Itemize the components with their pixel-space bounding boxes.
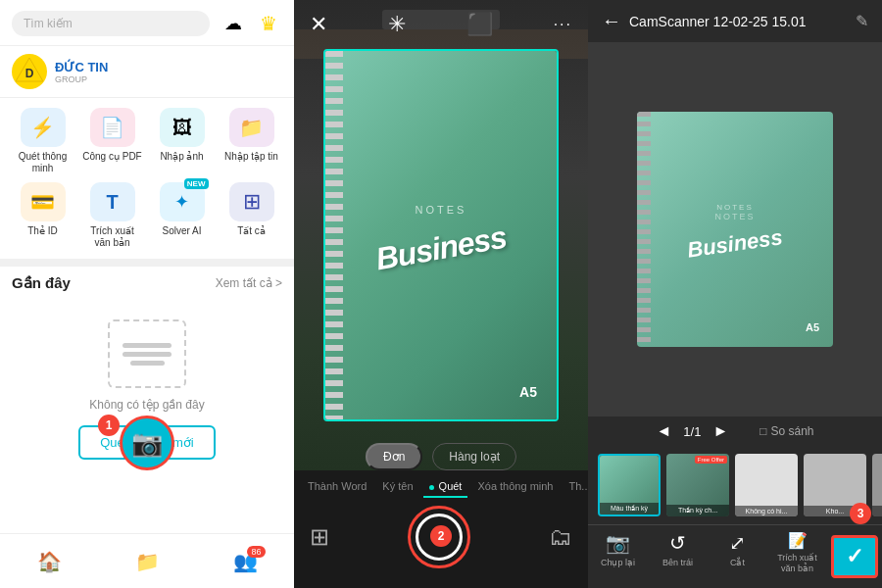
doc-title: CamScanner 12-02-25 15.01 bbox=[629, 14, 848, 29]
id-card-icon: 💳 bbox=[21, 182, 66, 221]
action-scan[interactable]: ⚡ Quét thông minh bbox=[12, 108, 74, 174]
camera-fab-button[interactable]: 📷 bbox=[120, 416, 174, 470]
close-button[interactable]: ✕ bbox=[310, 12, 327, 37]
thumb-title: NOTES bbox=[716, 203, 754, 212]
flash-icon[interactable]: ✳ bbox=[388, 12, 406, 37]
recent-section-header: Gần đây Xem tất cả > bbox=[0, 267, 294, 300]
action-id-card[interactable]: 💳 Thẻ ID bbox=[12, 182, 74, 249]
thumb-magic-label: Màu thần kỳ bbox=[600, 503, 659, 514]
camera-bottom-panel: Thành Word Ký tên Quét Xóa thông minh Th… bbox=[294, 470, 588, 588]
cloud-icon[interactable]: ☁ bbox=[220, 10, 247, 37]
rotate-left-button[interactable]: ↺ Bên trái bbox=[648, 531, 708, 582]
thumb-spiral bbox=[637, 112, 651, 347]
compare-button[interactable]: □ So sánh bbox=[760, 424, 813, 438]
tab-to-word[interactable]: Thành Word bbox=[302, 476, 372, 498]
confirm-check-icon: ✓ bbox=[846, 544, 863, 569]
new-badge: NEW bbox=[184, 178, 209, 189]
logo-badge: D bbox=[12, 54, 47, 89]
camera-tabs: Thành Word Ký tên Quét Xóa thông minh Th… bbox=[294, 470, 588, 498]
recent-title: Gần đây bbox=[12, 274, 71, 292]
import-icon[interactable]: ⬛ bbox=[466, 12, 493, 37]
thumb-notes-label: NOTES bbox=[714, 212, 755, 221]
tab-sign[interactable]: Ký tên bbox=[376, 476, 418, 498]
compare-label: So sánh bbox=[770, 424, 813, 438]
scan-icon: ⚡ bbox=[21, 108, 66, 147]
notebook-size: A5 bbox=[519, 384, 537, 400]
doc-preview-area: NOTES NOTES Business A5 bbox=[588, 42, 882, 416]
action-all[interactable]: ⊞ Tất cả bbox=[220, 182, 282, 249]
camera-header: ✕ ✳ ⬛ ··· bbox=[294, 0, 588, 49]
batch-mode-btn[interactable]: Hàng loạt bbox=[432, 443, 516, 470]
crop-label: Cắt bbox=[730, 558, 745, 568]
notebook-spiral bbox=[325, 51, 343, 419]
nav-files[interactable]: 📁 bbox=[135, 550, 160, 573]
back-button[interactable]: ← bbox=[602, 10, 621, 32]
logo-name: ĐỨC TIN bbox=[55, 60, 108, 74]
solver-icon: ✦NEW bbox=[160, 182, 205, 221]
tab-scan[interactable]: Quét bbox=[423, 476, 468, 498]
all-label: Tất cả bbox=[237, 225, 266, 237]
import-photo-button[interactable]: 🗂 bbox=[549, 523, 572, 551]
extract-text-button[interactable]: 📝 Trích xuấtvăn bản bbox=[767, 531, 827, 582]
doc-thumbnail: NOTES NOTES Business A5 bbox=[637, 112, 833, 347]
thumb-magic-ch-label: Thần kỳ ch... bbox=[666, 505, 729, 516]
retake-icon: 📷 bbox=[606, 531, 630, 555]
empty-text: Không có tệp gần đây bbox=[89, 398, 204, 412]
thumb-a5: A5 bbox=[806, 321, 819, 333]
action-solver[interactable]: ✦NEW Solver AI bbox=[151, 182, 213, 249]
compare-icon: □ bbox=[760, 424, 766, 438]
action-import-file[interactable]: 📁 Nhập tập tin bbox=[220, 108, 282, 174]
pdf-label: Công cụ PDF bbox=[82, 151, 141, 163]
community-badge: 86 bbox=[247, 546, 265, 558]
retake-button[interactable]: 📷 Chụp lại bbox=[588, 531, 648, 582]
action-pdf[interactable]: 📄 Công cụ PDF bbox=[81, 108, 143, 174]
single-mode-btn[interactable]: Đơn bbox=[366, 443, 422, 470]
see-all-link[interactable]: Xem tất cả > bbox=[216, 276, 282, 290]
home-header: Tìm kiếm ☁ ♛ bbox=[0, 0, 294, 46]
empty-doc-icon bbox=[108, 319, 186, 388]
import-img-label: Nhập ảnh bbox=[160, 151, 203, 163]
empty-line-1 bbox=[122, 343, 172, 348]
empty-line-3 bbox=[130, 361, 165, 366]
prev-page-button[interactable]: ◄ bbox=[656, 422, 671, 440]
extract-text-label: Trích xuất văn bản bbox=[81, 225, 143, 249]
action-import-img[interactable]: 🖼 Nhập ảnh bbox=[151, 108, 213, 174]
panel-doc: ← CamScanner 12-02-25 15.01 ✎ NOTES NOTE… bbox=[588, 0, 882, 588]
confirm-button[interactable]: ✓ 3 bbox=[831, 535, 878, 578]
retake-label: Chụp lại bbox=[601, 558, 635, 568]
scan-dot bbox=[429, 485, 434, 490]
empty-line-2 bbox=[122, 352, 172, 357]
thumb-no-color[interactable]: Không có c... bbox=[872, 454, 882, 516]
solver-label: Solver AI bbox=[162, 225, 201, 237]
import-file-label: Nhập tập tin bbox=[224, 151, 278, 163]
logo-text-area: ĐỨC TIN GROUP bbox=[55, 60, 108, 84]
extract-text-label: Trích xuấtvăn bản bbox=[777, 553, 817, 574]
crop-button[interactable]: ⤢ Cắt bbox=[708, 531, 767, 582]
thumb-business: Business bbox=[686, 224, 784, 263]
more-icon[interactable]: ··· bbox=[554, 16, 572, 33]
search-input[interactable]: Tìm kiếm bbox=[12, 11, 210, 36]
next-page-button[interactable]: ► bbox=[712, 422, 728, 440]
nav-community[interactable]: 👥 86 bbox=[233, 550, 258, 573]
thumb-magic-ch[interactable]: Free Offer Thần kỳ ch... bbox=[666, 454, 729, 516]
page-info: 1/1 bbox=[683, 424, 701, 439]
tab-more[interactable]: Th... bbox=[564, 476, 589, 498]
free-offer-badge: Free Offer bbox=[695, 456, 727, 464]
rotate-left-label: Bên trái bbox=[662, 558, 693, 568]
step-1-badge: 1 bbox=[98, 415, 120, 436]
panel-home: Tìm kiếm ☁ ♛ D ĐỨC TIN GROUP ⚡ Quét thôn… bbox=[0, 0, 294, 588]
bottom-nav: 🏠 📁 👥 86 bbox=[0, 533, 294, 588]
tab-erase[interactable]: Xóa thông minh bbox=[471, 476, 559, 498]
grid-button[interactable]: ⊞ bbox=[310, 523, 329, 551]
extract-text-icon: 📝 bbox=[788, 531, 808, 550]
thumb-magic-color[interactable]: Màu thần kỳ bbox=[598, 454, 661, 516]
notebook-title: NOTES bbox=[416, 204, 467, 216]
nav-home[interactable]: 🏠 bbox=[37, 550, 62, 573]
thumb-no-highlight[interactable]: Không có hi... bbox=[735, 454, 798, 516]
thumbnails-row: Màu thần kỳ Free Offer Thần kỳ ch... Khô… bbox=[588, 446, 882, 524]
action-extract-text[interactable]: T Trích xuất văn bản bbox=[81, 182, 143, 249]
logo-group: GROUP bbox=[55, 74, 108, 84]
crown-icon[interactable]: ♛ bbox=[255, 10, 282, 37]
all-icon: ⊞ bbox=[229, 182, 274, 221]
edit-title-button[interactable]: ✎ bbox=[856, 12, 868, 30]
